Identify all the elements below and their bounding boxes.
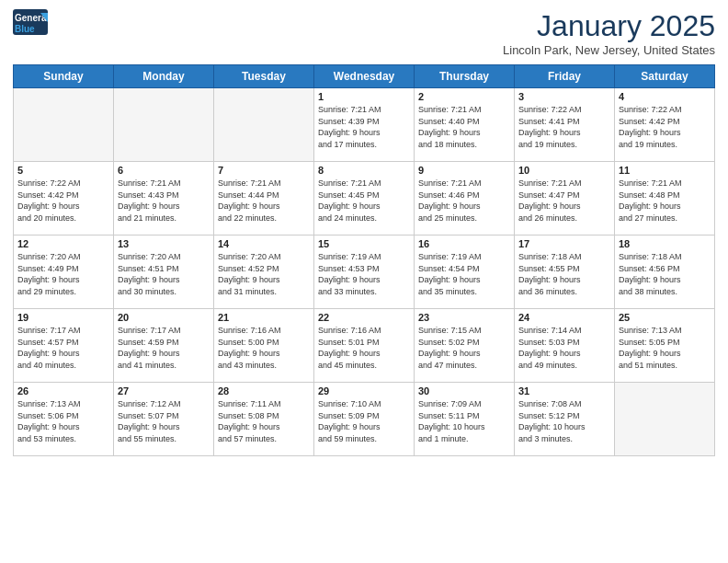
- day-cell-15: 15Sunrise: 7:19 AM Sunset: 4:53 PM Dayli…: [314, 236, 415, 309]
- day-number: 1: [318, 91, 410, 102]
- week-row-2: 5Sunrise: 7:22 AM Sunset: 4:42 PM Daylig…: [14, 162, 715, 236]
- day-info: Sunrise: 7:15 AM Sunset: 5:02 PM Dayligh…: [418, 325, 510, 371]
- day-number: 31: [518, 385, 610, 396]
- day-number: 9: [418, 165, 510, 176]
- day-number: 4: [619, 91, 711, 102]
- day-number: 23: [418, 312, 510, 323]
- day-cell-1: 1Sunrise: 7:21 AM Sunset: 4:39 PM Daylig…: [314, 88, 415, 162]
- day-number: 2: [418, 91, 510, 102]
- week-row-1: 1Sunrise: 7:21 AM Sunset: 4:39 PM Daylig…: [14, 88, 715, 162]
- day-info: Sunrise: 7:09 AM Sunset: 5:11 PM Dayligh…: [418, 398, 510, 444]
- day-number: 26: [17, 385, 109, 396]
- day-cell-24: 24Sunrise: 7:14 AM Sunset: 5:03 PM Dayli…: [515, 309, 615, 383]
- subtitle: Lincoln Park, New Jersey, United States: [503, 43, 715, 57]
- day-info: Sunrise: 7:21 AM Sunset: 4:46 PM Dayligh…: [418, 178, 510, 224]
- day-cell-27: 27Sunrise: 7:12 AM Sunset: 5:07 PM Dayli…: [114, 383, 214, 456]
- day-cell-8: 8Sunrise: 7:21 AM Sunset: 4:45 PM Daylig…: [314, 162, 415, 236]
- col-header-sunday: Sunday: [14, 65, 114, 88]
- day-cell-22: 22Sunrise: 7:16 AM Sunset: 5:01 PM Dayli…: [314, 309, 415, 383]
- day-number: 29: [318, 385, 410, 396]
- day-info: Sunrise: 7:20 AM Sunset: 4:49 PM Dayligh…: [17, 251, 109, 297]
- empty-cell: [615, 383, 715, 456]
- day-number: 17: [518, 238, 610, 249]
- day-number: 25: [619, 312, 711, 323]
- day-cell-7: 7Sunrise: 7:21 AM Sunset: 4:44 PM Daylig…: [214, 162, 314, 236]
- day-cell-19: 19Sunrise: 7:17 AM Sunset: 4:57 PM Dayli…: [14, 309, 114, 383]
- day-number: 27: [118, 385, 210, 396]
- day-cell-11: 11Sunrise: 7:21 AM Sunset: 4:48 PM Dayli…: [615, 162, 715, 236]
- day-cell-30: 30Sunrise: 7:09 AM Sunset: 5:11 PM Dayli…: [415, 383, 515, 456]
- day-cell-16: 16Sunrise: 7:19 AM Sunset: 4:54 PM Dayli…: [415, 236, 515, 309]
- day-cell-14: 14Sunrise: 7:20 AM Sunset: 4:52 PM Dayli…: [214, 236, 314, 309]
- day-info: Sunrise: 7:21 AM Sunset: 4:39 PM Dayligh…: [318, 104, 410, 150]
- day-number: 20: [118, 312, 210, 323]
- day-cell-6: 6Sunrise: 7:21 AM Sunset: 4:43 PM Daylig…: [114, 162, 214, 236]
- day-info: Sunrise: 7:22 AM Sunset: 4:42 PM Dayligh…: [619, 104, 711, 150]
- day-number: 11: [619, 165, 711, 176]
- day-number: 21: [218, 312, 310, 323]
- day-cell-12: 12Sunrise: 7:20 AM Sunset: 4:49 PM Dayli…: [14, 236, 114, 309]
- day-number: 22: [318, 312, 410, 323]
- day-info: Sunrise: 7:20 AM Sunset: 4:51 PM Dayligh…: [118, 251, 210, 297]
- day-info: Sunrise: 7:21 AM Sunset: 4:45 PM Dayligh…: [318, 178, 410, 224]
- day-cell-9: 9Sunrise: 7:21 AM Sunset: 4:46 PM Daylig…: [415, 162, 515, 236]
- title-area: January 2025 Lincoln Park, New Jersey, U…: [503, 9, 715, 57]
- header: General Blue January 2025 Lincoln Park, …: [13, 9, 715, 57]
- day-info: Sunrise: 7:22 AM Sunset: 4:41 PM Dayligh…: [518, 104, 610, 150]
- day-number: 15: [318, 238, 410, 249]
- col-header-friday: Friday: [515, 65, 615, 88]
- svg-text:Blue: Blue: [15, 24, 35, 34]
- day-info: Sunrise: 7:13 AM Sunset: 5:06 PM Dayligh…: [17, 398, 109, 444]
- day-number: 8: [318, 165, 410, 176]
- day-info: Sunrise: 7:08 AM Sunset: 5:12 PM Dayligh…: [518, 398, 610, 444]
- day-number: 10: [518, 165, 610, 176]
- day-cell-23: 23Sunrise: 7:15 AM Sunset: 5:02 PM Dayli…: [415, 309, 515, 383]
- day-number: 14: [218, 238, 310, 249]
- day-cell-5: 5Sunrise: 7:22 AM Sunset: 4:42 PM Daylig…: [14, 162, 114, 236]
- empty-cell: [214, 88, 314, 162]
- week-row-4: 19Sunrise: 7:17 AM Sunset: 4:57 PM Dayli…: [14, 309, 715, 383]
- day-info: Sunrise: 7:18 AM Sunset: 4:56 PM Dayligh…: [619, 251, 711, 297]
- day-cell-17: 17Sunrise: 7:18 AM Sunset: 4:55 PM Dayli…: [515, 236, 615, 309]
- col-header-wednesday: Wednesday: [314, 65, 415, 88]
- day-cell-25: 25Sunrise: 7:13 AM Sunset: 5:05 PM Dayli…: [615, 309, 715, 383]
- page: General Blue January 2025 Lincoln Park, …: [0, 0, 728, 465]
- week-row-3: 12Sunrise: 7:20 AM Sunset: 4:49 PM Dayli…: [14, 236, 715, 309]
- day-cell-13: 13Sunrise: 7:20 AM Sunset: 4:51 PM Dayli…: [114, 236, 214, 309]
- day-info: Sunrise: 7:14 AM Sunset: 5:03 PM Dayligh…: [518, 325, 610, 371]
- week-row-5: 26Sunrise: 7:13 AM Sunset: 5:06 PM Dayli…: [14, 383, 715, 456]
- day-cell-4: 4Sunrise: 7:22 AM Sunset: 4:42 PM Daylig…: [615, 88, 715, 162]
- day-cell-10: 10Sunrise: 7:21 AM Sunset: 4:47 PM Dayli…: [515, 162, 615, 236]
- day-cell-2: 2Sunrise: 7:21 AM Sunset: 4:40 PM Daylig…: [415, 88, 515, 162]
- day-cell-26: 26Sunrise: 7:13 AM Sunset: 5:06 PM Dayli…: [14, 383, 114, 456]
- col-header-thursday: Thursday: [415, 65, 515, 88]
- day-info: Sunrise: 7:21 AM Sunset: 4:43 PM Dayligh…: [118, 178, 210, 224]
- day-info: Sunrise: 7:22 AM Sunset: 4:42 PM Dayligh…: [17, 178, 109, 224]
- empty-cell: [114, 88, 214, 162]
- day-info: Sunrise: 7:18 AM Sunset: 4:55 PM Dayligh…: [518, 251, 610, 297]
- day-info: Sunrise: 7:10 AM Sunset: 5:09 PM Dayligh…: [318, 398, 410, 444]
- empty-cell: [14, 88, 114, 162]
- day-cell-3: 3Sunrise: 7:22 AM Sunset: 4:41 PM Daylig…: [515, 88, 615, 162]
- day-cell-31: 31Sunrise: 7:08 AM Sunset: 5:12 PM Dayli…: [515, 383, 615, 456]
- day-cell-20: 20Sunrise: 7:17 AM Sunset: 4:59 PM Dayli…: [114, 309, 214, 383]
- day-info: Sunrise: 7:16 AM Sunset: 5:00 PM Dayligh…: [218, 325, 310, 371]
- day-number: 12: [17, 238, 109, 249]
- day-number: 19: [17, 312, 109, 323]
- day-info: Sunrise: 7:17 AM Sunset: 4:57 PM Dayligh…: [17, 325, 109, 371]
- day-info: Sunrise: 7:17 AM Sunset: 4:59 PM Dayligh…: [118, 325, 210, 371]
- day-number: 3: [518, 91, 610, 102]
- day-info: Sunrise: 7:16 AM Sunset: 5:01 PM Dayligh…: [318, 325, 410, 371]
- day-info: Sunrise: 7:21 AM Sunset: 4:44 PM Dayligh…: [218, 178, 310, 224]
- day-number: 18: [619, 238, 711, 249]
- logo-icon: General Blue: [13, 9, 48, 35]
- day-cell-29: 29Sunrise: 7:10 AM Sunset: 5:09 PM Dayli…: [314, 383, 415, 456]
- day-cell-21: 21Sunrise: 7:16 AM Sunset: 5:00 PM Dayli…: [214, 309, 314, 383]
- day-info: Sunrise: 7:11 AM Sunset: 5:08 PM Dayligh…: [218, 398, 310, 444]
- logo: General Blue: [13, 9, 48, 35]
- day-cell-18: 18Sunrise: 7:18 AM Sunset: 4:56 PM Dayli…: [615, 236, 715, 309]
- day-info: Sunrise: 7:21 AM Sunset: 4:48 PM Dayligh…: [619, 178, 711, 224]
- day-info: Sunrise: 7:19 AM Sunset: 4:54 PM Dayligh…: [418, 251, 510, 297]
- main-title: January 2025: [503, 9, 715, 43]
- day-cell-28: 28Sunrise: 7:11 AM Sunset: 5:08 PM Dayli…: [214, 383, 314, 456]
